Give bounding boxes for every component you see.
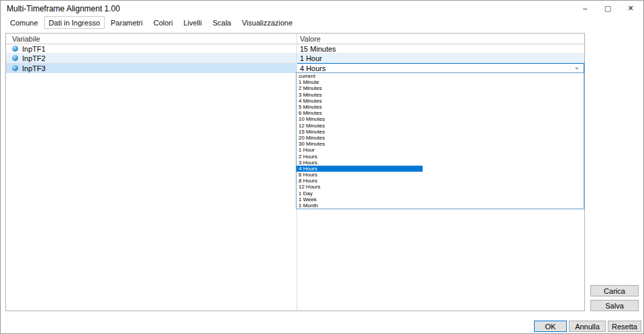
table-header: Variabile Valore: [6, 34, 584, 44]
tab-parametri[interactable]: Parametri: [106, 16, 148, 29]
reset-button[interactable]: Resetta: [608, 321, 641, 332]
save-button[interactable]: Salva: [590, 300, 639, 311]
value-cell[interactable]: 1 Hour: [297, 54, 584, 62]
dropdown-option[interactable]: current: [297, 73, 584, 79]
combobox-value: 4 Hours: [300, 64, 326, 72]
maximize-button[interactable]: ▢: [596, 1, 619, 15]
close-button[interactable]: ✕: [619, 1, 642, 15]
tab-visualizzazione[interactable]: Visualizzazione: [237, 16, 297, 29]
tab-dati-in-ingresso[interactable]: Dati in Ingresso: [44, 16, 105, 29]
variable-cell[interactable]: InpTF2: [6, 54, 297, 62]
table-row[interactable]: InpTF21 Hour: [6, 54, 584, 63]
dropdown-option[interactable]: 6 Hours: [297, 172, 584, 178]
dialog-window: Multi-Timeframe Alignment 1.00 – ▢ ✕ Com…: [0, 0, 644, 334]
table-row[interactable]: InpTF34 Hours⌄: [6, 63, 584, 73]
dropdown-option[interactable]: 15 Minutes: [297, 129, 584, 135]
window-title: Multi-Timeframe Alignment 1.00: [7, 4, 120, 13]
tab-colori[interactable]: Colori: [149, 16, 178, 29]
variable-name: InpTF1: [22, 45, 46, 53]
variable-name: InpTF3: [22, 64, 46, 72]
load-button[interactable]: Carica: [590, 285, 639, 296]
dropdown-option[interactable]: 1 Day: [297, 190, 584, 197]
dropdown-option[interactable]: 12 Hours: [297, 184, 584, 190]
dropdown-option[interactable]: 1 Week: [297, 197, 584, 203]
minimize-button[interactable]: –: [574, 1, 596, 15]
column-header-value: Valore: [297, 34, 584, 44]
tab-scala[interactable]: Scala: [208, 16, 236, 29]
ok-button[interactable]: OK: [534, 321, 567, 332]
column-header-variable: Variabile: [6, 34, 297, 44]
dropdown-option[interactable]: 2 Minutes: [297, 85, 584, 91]
dropdown-option[interactable]: 4 Hours: [297, 166, 423, 172]
dropdown-option[interactable]: 3 Minutes: [297, 92, 584, 98]
dropdown-option[interactable]: 2 Hours: [297, 153, 584, 159]
value-text: 1 Hour: [300, 54, 322, 62]
dropdown-option[interactable]: 6 Minutes: [297, 110, 584, 116]
tab-livelli[interactable]: Livelli: [178, 16, 207, 29]
titlebar: Multi-Timeframe Alignment 1.00 – ▢ ✕: [1, 1, 643, 15]
table-body: InpTF115 MinutesInpTF21 HourInpTF34 Hour…: [6, 44, 584, 73]
dropdown-option[interactable]: 12 Minutes: [297, 123, 584, 129]
table-row[interactable]: InpTF115 Minutes: [6, 44, 584, 54]
tab-bar: ComuneDati in IngressoParametriColoriLiv…: [5, 16, 297, 29]
chevron-down-icon[interactable]: ⌄: [574, 64, 584, 70]
dropdown-option[interactable]: 1 Month: [297, 203, 584, 209]
dropdown-option[interactable]: 5 Minutes: [297, 104, 584, 110]
input-variable-icon: [12, 65, 18, 71]
dropdown-option[interactable]: 3 Hours: [297, 160, 584, 166]
dropdown-option[interactable]: 10 Minutes: [297, 116, 584, 122]
tab-comune[interactable]: Comune: [5, 16, 43, 29]
dropdown-option[interactable]: 4 Minutes: [297, 98, 584, 104]
dropdown-option[interactable]: 30 Minutes: [297, 141, 584, 147]
dropdown-list: current1 Minute2 Minutes3 Minutes4 Minut…: [296, 72, 584, 209]
value-combobox[interactable]: 4 Hours⌄: [297, 63, 584, 73]
dropdown-option[interactable]: 1 Hour: [297, 147, 584, 153]
value-cell[interactable]: 15 Minutes: [297, 44, 584, 53]
dropdown-option[interactable]: 20 Minutes: [297, 135, 584, 141]
variable-cell[interactable]: InpTF1: [6, 44, 297, 53]
window-controls: – ▢ ✕: [574, 1, 642, 15]
variable-cell[interactable]: InpTF3: [6, 63, 297, 73]
value-cell[interactable]: 4 Hours⌄: [297, 63, 584, 73]
dropdown-option[interactable]: 1 Minute: [297, 79, 584, 85]
value-text: 15 Minutes: [300, 45, 336, 53]
dropdown-option[interactable]: 8 Hours: [297, 178, 584, 184]
variable-name: InpTF2: [22, 54, 46, 62]
input-variable-icon: [12, 46, 18, 52]
input-variable-icon: [12, 55, 18, 61]
cancel-button[interactable]: Annulla: [569, 321, 606, 332]
